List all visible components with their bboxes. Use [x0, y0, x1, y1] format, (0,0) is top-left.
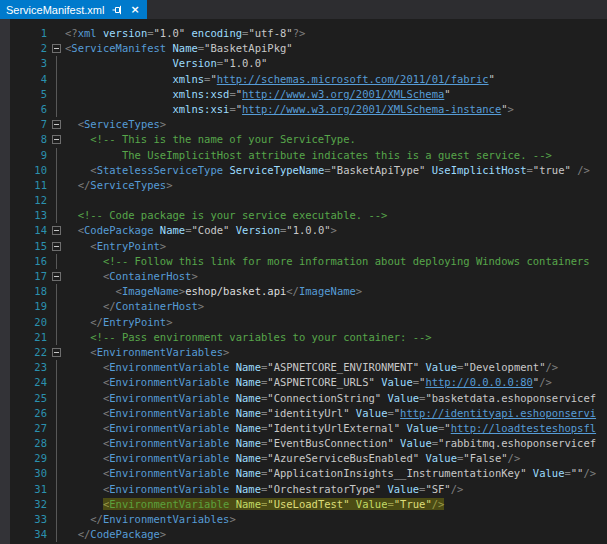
- code-line[interactable]: 11 </ServiceTypes>: [0, 178, 607, 193]
- outlining-margin: [47, 315, 65, 330]
- code-line[interactable]: 32 <EnvironmentVariable Name="UseLoadTes…: [0, 497, 607, 512]
- code-line[interactable]: 16 <!-- Follow this link for more inform…: [0, 254, 607, 269]
- fold-collapse-icon[interactable]: [52, 348, 61, 357]
- code-line[interactable]: 19 </ContainerHost>: [0, 299, 607, 314]
- fold-guide-line: [56, 102, 57, 117]
- code-token: [65, 270, 103, 282]
- outlining-margin: [47, 254, 65, 269]
- code-line[interactable]: 2<ServiceManifest Name="BasketApiPkg": [0, 41, 607, 56]
- code-token: [65, 376, 103, 388]
- code-line[interactable]: 5 xmlns:xsd="http://www.w3.org/2001/XMLS…: [0, 87, 607, 102]
- code-token: </: [286, 285, 299, 297]
- code-token: [65, 316, 90, 328]
- code-text: [65, 193, 607, 208]
- code-text: Version="1.0.0": [65, 56, 607, 71]
- code-token: "UseLoadTest": [267, 498, 349, 510]
- code-token: Value: [381, 376, 413, 388]
- code-line[interactable]: 34 </CodePackage>: [0, 527, 607, 542]
- outlining-margin: [47, 482, 65, 497]
- code-token: "identityUrl": [267, 407, 349, 419]
- line-number: 19: [0, 299, 47, 314]
- fold-collapse-icon[interactable]: [52, 120, 61, 129]
- code-text: <EnvironmentVariable Name="ASPNETCORE_EN…: [65, 360, 607, 375]
- code-line[interactable]: 3 Version="1.0.0": [0, 56, 607, 71]
- pin-icon[interactable]: [112, 5, 122, 15]
- line-number: 3: [0, 56, 47, 71]
- fold-collapse-icon[interactable]: [52, 135, 61, 144]
- code-line[interactable]: 33 </EnvironmentVariables>: [0, 512, 607, 527]
- code-line[interactable]: 22 <EnvironmentVariables>: [0, 345, 607, 360]
- code-text: <EnvironmentVariable Name="ASPNETCORE_UR…: [65, 375, 607, 390]
- code-line[interactable]: 26 <EnvironmentVariable Name="identityUr…: [0, 406, 607, 421]
- code-text: <!-- Code package is your service execut…: [65, 208, 607, 223]
- code-line[interactable]: 4 xmlns="http://schemas.microsoft.com/20…: [0, 72, 607, 87]
- code-line[interactable]: 8 <!-- This is the name of your ServiceT…: [0, 132, 607, 147]
- code-line[interactable]: 21 <!-- Pass environment variables to yo…: [0, 330, 607, 345]
- tab-bar: ServiceManifest.xml ×: [0, 0, 607, 19]
- code-editor[interactable]: 1<?xml version="1.0" encoding="utf-8"?>2…: [0, 19, 607, 544]
- code-text: <EnvironmentVariable Name="IdentityUrlEx…: [65, 421, 607, 436]
- code-line[interactable]: 13 <!-- Code package is your service exe…: [0, 208, 607, 223]
- code-token: UseImplicitHost: [432, 164, 527, 176]
- line-number: 10: [0, 163, 47, 178]
- code-text: <ServiceTypes>: [65, 117, 607, 132]
- code-line[interactable]: 17 <ContainerHost>: [0, 269, 607, 284]
- outlining-margin: [47, 41, 65, 56]
- fold-collapse-icon[interactable]: [52, 272, 61, 281]
- code-token: The UseImplicitHost attribute indicates …: [122, 149, 552, 161]
- code-token: [65, 437, 103, 449]
- code-line[interactable]: 12: [0, 193, 607, 208]
- code-token: [65, 255, 103, 267]
- code-line[interactable]: 18 <ImageName>eshop/basket.api</ImageNam…: [0, 284, 607, 299]
- code-token: />: [451, 483, 464, 495]
- code-line[interactable]: 28 <EnvironmentVariable Name="EventBusCo…: [0, 436, 607, 451]
- code-line[interactable]: 25 <EnvironmentVariable Name="Connection…: [0, 391, 607, 406]
- code-token: Value: [356, 498, 388, 510]
- code-token: "EventBusConnection": [267, 437, 393, 449]
- code-token: =: [387, 498, 393, 510]
- line-number: 1: [0, 26, 47, 41]
- line-number: 29: [0, 451, 47, 466]
- fold-collapse-icon[interactable]: [52, 44, 61, 53]
- code-token: EnvironmentVariables: [97, 346, 223, 358]
- code-token: Name: [236, 361, 261, 373]
- code-area[interactable]: 1<?xml version="1.0" encoding="utf-8"?>2…: [0, 19, 607, 542]
- code-line[interactable]: 30 <EnvironmentVariable Name="Applicatio…: [0, 466, 607, 481]
- code-token: Value: [400, 437, 432, 449]
- code-line[interactable]: 1<?xml version="1.0" encoding="utf-8"?>: [0, 26, 607, 41]
- code-text: <EnvironmentVariable Name="UseLoadTest" …: [65, 497, 607, 512]
- code-token: "1.0.0": [223, 57, 267, 69]
- code-line[interactable]: 14 <CodePackage Name="Code" Version="1.0…: [0, 223, 607, 238]
- fold-collapse-icon[interactable]: [52, 242, 61, 251]
- code-line[interactable]: 24 <EnvironmentVariable Name="ASPNETCORE…: [0, 375, 607, 390]
- tab-servicemanifest[interactable]: ServiceManifest.xml ×: [0, 0, 147, 19]
- code-line[interactable]: 29 <EnvironmentVariable Name="AzureServi…: [0, 451, 607, 466]
- close-icon[interactable]: ×: [130, 4, 139, 15]
- outlining-margin: [47, 375, 65, 390]
- code-token: "basketdata.eshoponservicef: [425, 392, 596, 404]
- code-line[interactable]: 20 </EntryPoint>: [0, 315, 607, 330]
- line-number: 23: [0, 360, 47, 375]
- code-token: xmlns:xsd: [172, 88, 229, 100]
- code-text: </EnvironmentVariables>: [65, 512, 607, 527]
- code-line[interactable]: 15 <EntryPoint>: [0, 239, 607, 254]
- code-token: >: [160, 528, 166, 540]
- code-text: <EnvironmentVariable Name="EventBusConne…: [65, 436, 607, 451]
- fold-collapse-icon[interactable]: [52, 226, 61, 235]
- line-number: 18: [0, 284, 47, 299]
- code-line[interactable]: 6 xmlns:xsi="http://www.w3.org/2001/XMLS…: [0, 102, 607, 117]
- outlining-margin: [47, 451, 65, 466]
- code-line[interactable]: 23 <EnvironmentVariable Name="ASPNETCORE…: [0, 360, 607, 375]
- outlining-margin: [47, 72, 65, 87]
- code-token: Value: [533, 467, 565, 479]
- code-token: Name: [236, 452, 261, 464]
- code-token: EnvironmentVariable: [109, 452, 229, 464]
- code-token: EnvironmentVariable: [109, 376, 229, 388]
- code-line[interactable]: 9 The UseImplicitHost attribute indicate…: [0, 148, 607, 163]
- code-line[interactable]: 10 <StatelessServiceType ServiceTypeName…: [0, 163, 607, 178]
- code-line[interactable]: 31 <EnvironmentVariable Name="Orchestrat…: [0, 482, 607, 497]
- code-line[interactable]: 27 <EnvironmentVariable Name="IdentityUr…: [0, 421, 607, 436]
- code-line[interactable]: 7 <ServiceTypes>: [0, 117, 607, 132]
- code-token: ServiceTypes: [84, 118, 160, 130]
- line-number: 7: [0, 117, 47, 132]
